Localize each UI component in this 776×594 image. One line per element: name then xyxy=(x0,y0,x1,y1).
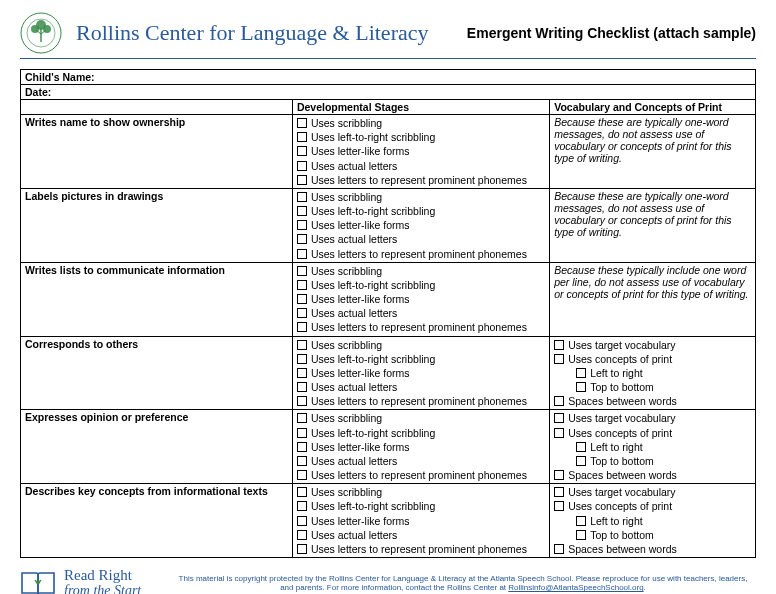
checkbox-option[interactable]: Uses actual letters xyxy=(297,159,545,173)
checkbox-icon[interactable] xyxy=(297,501,307,511)
checkbox-icon[interactable] xyxy=(297,428,307,438)
checkbox-option[interactable]: Left to right xyxy=(554,440,751,454)
checkbox-icon[interactable] xyxy=(554,340,564,350)
checkbox-icon[interactable] xyxy=(554,413,564,423)
checkbox-option[interactable]: Uses left-to-right scribbling xyxy=(297,130,545,144)
checkbox-icon[interactable] xyxy=(554,428,564,438)
checkbox-icon[interactable] xyxy=(576,368,586,378)
checkbox-icon[interactable] xyxy=(576,530,586,540)
checkbox-icon[interactable] xyxy=(576,516,586,526)
checkbox-icon[interactable] xyxy=(554,396,564,406)
checkbox-option[interactable]: Uses scribbling xyxy=(297,264,545,278)
checkbox-icon[interactable] xyxy=(554,544,564,554)
checkbox-option[interactable]: Uses left-to-right scribbling xyxy=(297,204,545,218)
dev-stages-cell: Uses scribblingUses left-to-right scribb… xyxy=(292,262,549,336)
checkbox-icon[interactable] xyxy=(297,280,307,290)
checkbox-icon[interactable] xyxy=(297,470,307,480)
checkbox-option[interactable]: Uses scribbling xyxy=(297,485,545,499)
checkbox-option[interactable]: Uses actual letters xyxy=(297,306,545,320)
checkbox-option[interactable]: Uses scribbling xyxy=(297,190,545,204)
checkbox-icon[interactable] xyxy=(297,442,307,452)
checkbox-option[interactable]: Uses left-to-right scribbling xyxy=(297,499,545,513)
column-headers: Developmental Stages Vocabulary and Conc… xyxy=(21,100,756,115)
book-icon xyxy=(20,569,56,594)
checkbox-option[interactable]: Uses letters to represent prominent phon… xyxy=(297,542,545,556)
checkbox-option[interactable]: Uses letter-like forms xyxy=(297,218,545,232)
checkbox-option[interactable]: Uses letters to represent prominent phon… xyxy=(297,468,545,482)
checkbox-icon[interactable] xyxy=(576,382,586,392)
checkbox-icon[interactable] xyxy=(297,456,307,466)
checkbox-icon[interactable] xyxy=(297,368,307,378)
checkbox-option[interactable]: Uses letters to represent prominent phon… xyxy=(297,247,545,261)
checkbox-icon[interactable] xyxy=(576,442,586,452)
checkbox-option[interactable]: Uses target vocabulary xyxy=(554,485,751,499)
checkbox-icon[interactable] xyxy=(297,192,307,202)
checkbox-icon[interactable] xyxy=(297,132,307,142)
checkbox-option[interactable]: Uses concepts of print xyxy=(554,352,751,366)
checkbox-icon[interactable] xyxy=(297,175,307,185)
checkbox-option[interactable]: Top to bottom xyxy=(554,528,751,542)
checkbox-icon[interactable] xyxy=(554,501,564,511)
col2-header: Vocabulary and Concepts of Print xyxy=(550,100,756,115)
checkbox-option[interactable]: Uses target vocabulary xyxy=(554,338,751,352)
checkbox-option[interactable]: Uses letter-like forms xyxy=(297,292,545,306)
checkbox-icon[interactable] xyxy=(297,396,307,406)
checkbox-option[interactable]: Top to bottom xyxy=(554,380,751,394)
checkbox-option[interactable]: Uses actual letters xyxy=(297,528,545,542)
checkbox-option[interactable]: Uses letter-like forms xyxy=(297,514,545,528)
checkbox-icon[interactable] xyxy=(576,456,586,466)
checkbox-option[interactable]: Uses scribbling xyxy=(297,116,545,130)
checkbox-icon[interactable] xyxy=(297,266,307,276)
checkbox-icon[interactable] xyxy=(297,382,307,392)
checkbox-option[interactable]: Uses target vocabulary xyxy=(554,411,751,425)
checkbox-option[interactable]: Uses actual letters xyxy=(297,232,545,246)
checkbox-icon[interactable] xyxy=(297,322,307,332)
checkbox-option[interactable]: Spaces between words xyxy=(554,542,751,556)
checklist-table: Child's Name: Date: Developmental Stages… xyxy=(20,69,756,558)
checkbox-option[interactable]: Spaces between words xyxy=(554,468,751,482)
document-title: Emergent Writing Checklist (attach sampl… xyxy=(467,25,756,41)
footer-email-link[interactable]: Rollinsinfo@AtlantaSpeechSchool.org xyxy=(508,583,643,592)
checkbox-icon[interactable] xyxy=(297,294,307,304)
checkbox-icon[interactable] xyxy=(297,413,307,423)
checkbox-icon[interactable] xyxy=(297,146,307,156)
checkbox-option[interactable]: Uses scribbling xyxy=(297,411,545,425)
checkbox-option[interactable]: Uses letter-like forms xyxy=(297,366,545,380)
checkbox-icon[interactable] xyxy=(297,530,307,540)
checkbox-option[interactable]: Left to right xyxy=(554,366,751,380)
checkbox-icon[interactable] xyxy=(297,544,307,554)
checkbox-icon[interactable] xyxy=(554,487,564,497)
checkbox-option[interactable]: Uses left-to-right scribbling xyxy=(297,278,545,292)
checkbox-icon[interactable] xyxy=(554,354,564,364)
checkbox-icon[interactable] xyxy=(297,516,307,526)
checkbox-icon[interactable] xyxy=(297,249,307,259)
child-name-label[interactable]: Child's Name: xyxy=(21,70,756,85)
checkbox-icon[interactable] xyxy=(297,340,307,350)
checkbox-option[interactable]: Uses concepts of print xyxy=(554,499,751,513)
checkbox-option[interactable]: Uses letters to represent prominent phon… xyxy=(297,320,545,334)
checkbox-option[interactable]: Uses actual letters xyxy=(297,380,545,394)
checkbox-option[interactable]: Uses left-to-right scribbling xyxy=(297,352,545,366)
table-row: Describes key concepts from informationa… xyxy=(21,484,756,558)
checkbox-option[interactable]: Uses letter-like forms xyxy=(297,144,545,158)
checkbox-icon[interactable] xyxy=(554,470,564,480)
checkbox-icon[interactable] xyxy=(297,161,307,171)
checkbox-icon[interactable] xyxy=(297,487,307,497)
checkbox-option[interactable]: Left to right xyxy=(554,514,751,528)
checkbox-option[interactable]: Uses letters to represent prominent phon… xyxy=(297,173,545,187)
checkbox-icon[interactable] xyxy=(297,118,307,128)
checkbox-option[interactable]: Uses letters to represent prominent phon… xyxy=(297,394,545,408)
checkbox-option[interactable]: Spaces between words xyxy=(554,394,751,408)
checkbox-option[interactable]: Uses actual letters xyxy=(297,454,545,468)
checkbox-option[interactable]: Uses scribbling xyxy=(297,338,545,352)
checkbox-icon[interactable] xyxy=(297,354,307,364)
date-label[interactable]: Date: xyxy=(21,85,756,100)
checkbox-option[interactable]: Top to bottom xyxy=(554,454,751,468)
checkbox-option[interactable]: Uses left-to-right scribbling xyxy=(297,426,545,440)
checkbox-option[interactable]: Uses concepts of print xyxy=(554,426,751,440)
checkbox-icon[interactable] xyxy=(297,308,307,318)
checkbox-icon[interactable] xyxy=(297,206,307,216)
checkbox-option[interactable]: Uses letter-like forms xyxy=(297,440,545,454)
checkbox-icon[interactable] xyxy=(297,220,307,230)
checkbox-icon[interactable] xyxy=(297,234,307,244)
